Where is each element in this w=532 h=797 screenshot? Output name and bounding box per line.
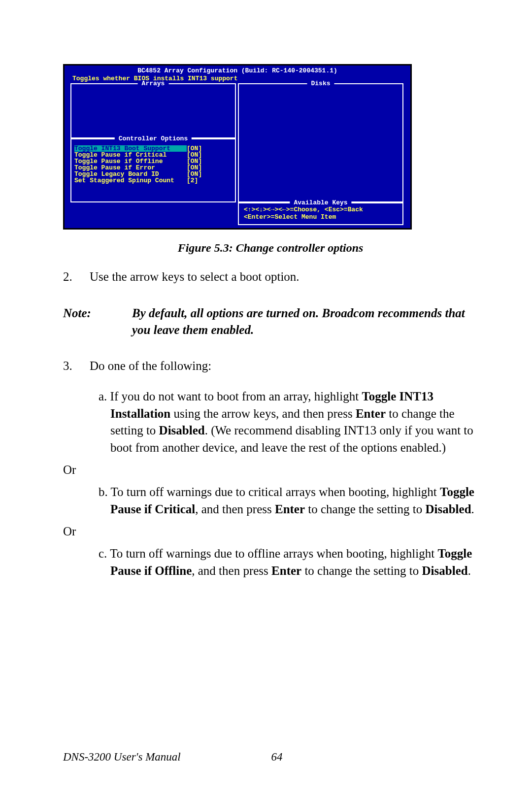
step-3: 3. Do one of the following: (63, 358, 478, 374)
figure-caption: Figure 5.3: Change controller options (63, 241, 478, 255)
note-label: Note: (63, 305, 132, 338)
keys-panel-label: Available Keys (290, 199, 351, 206)
step-3a: a. If you do not want to boot from an ar… (99, 388, 478, 456)
page-footer: DNS-3200 User's Manual 64 (63, 751, 283, 764)
controller-option-row: Set Staggered Spinup Count [2] (74, 177, 232, 184)
note-block: Note: By default, all options are turned… (63, 305, 478, 338)
arrays-panel-label: Arrays (138, 80, 169, 87)
disks-panel: Disks (238, 83, 403, 202)
step-3-text: Do one of the following: (90, 358, 478, 374)
note-text: By default, all options are turned on. B… (132, 305, 478, 338)
or-2: Or (63, 525, 478, 538)
controller-options-list: Toggle INT13 Boot Support [ON]Toggle Pau… (74, 145, 232, 184)
bios-title: BC4852 Array Configuration (Build: RC-14… (65, 67, 410, 74)
step-2-number: 2. (63, 268, 90, 285)
bios-screenshot: BC4852 Array Configuration (Build: RC-14… (63, 64, 412, 230)
controller-option-value: [2] (187, 177, 198, 184)
step-3c: c. To turn off warnings due to offline a… (99, 545, 478, 579)
available-keys-panel: Available Keys <↑><↓><→><←>=Choose, <Esc… (238, 202, 403, 225)
footer-page-number: 64 (271, 751, 283, 764)
controller-option-name: Set Staggered Spinup Count (74, 177, 187, 184)
controller-panel-label: Controller Options (115, 135, 192, 142)
controller-options-panel: Controller Options Toggle INT13 Boot Sup… (70, 138, 236, 202)
disks-panel-label: Disks (307, 80, 334, 87)
step-2: 2. Use the arrow keys to select a boot o… (63, 268, 478, 285)
step-2-text: Use the arrow keys to select a boot opti… (90, 268, 478, 285)
keys-help-text: <↑><↓><→><←>=Choose, <Esc>=Back <Enter>=… (244, 206, 363, 221)
or-1: Or (63, 463, 478, 477)
step-3-number: 3. (63, 358, 90, 374)
step-3b: b. To turn off warnings due to critical … (99, 484, 478, 518)
footer-manual-title: DNS-3200 User's Manual (63, 751, 181, 763)
arrays-panel: Arrays (70, 83, 236, 138)
